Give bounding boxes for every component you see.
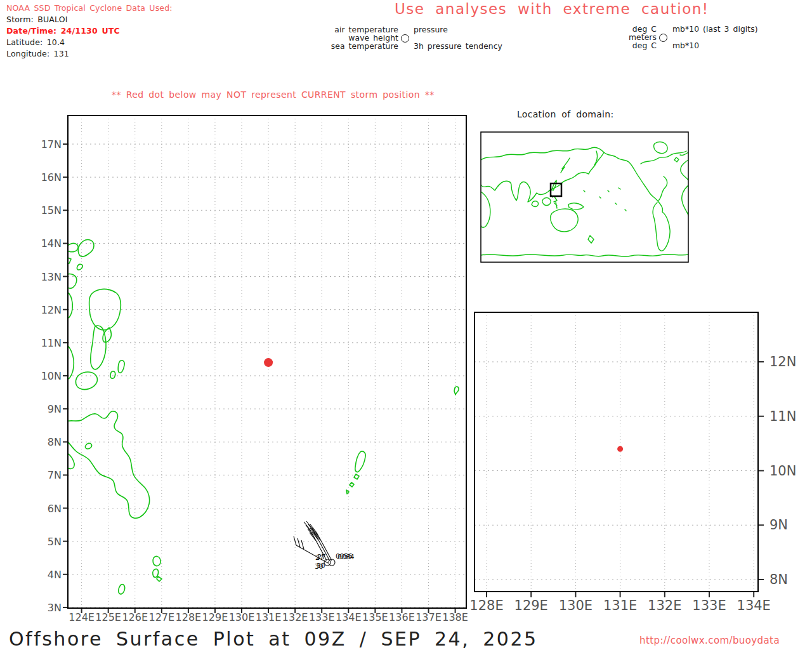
plot-title: Offshore Surface Plot at 09Z / SEP 24, 2… bbox=[9, 628, 538, 650]
y-tick-label: 9N bbox=[769, 517, 788, 533]
offshore-surface-plot-page: { "header": { "source_line": "NOAA SSD T… bbox=[0, 0, 812, 650]
y-tick-label: 14N bbox=[41, 237, 62, 249]
x-tick-label: 128E bbox=[176, 611, 202, 623]
zoom-inset-frame bbox=[475, 312, 758, 592]
x-tick-label: 129E bbox=[202, 611, 228, 623]
coastline-path bbox=[350, 482, 354, 487]
x-tick-label: 131E bbox=[256, 611, 282, 623]
y-tick-label: 15N bbox=[41, 204, 62, 216]
x-tick-label: 134E bbox=[336, 611, 362, 623]
x-tick-label: 132E bbox=[282, 611, 308, 623]
coastline-path bbox=[153, 569, 159, 577]
x-tick-label: 125E bbox=[95, 611, 121, 623]
x-tick-label: 126E bbox=[122, 611, 148, 623]
coastline-path bbox=[91, 326, 106, 369]
y-tick-label: 12N bbox=[769, 354, 796, 369]
x-tick-label: 131E bbox=[603, 598, 637, 613]
x-tick-label: 138E bbox=[442, 611, 468, 623]
y-tick-label: 11N bbox=[41, 337, 62, 349]
coastline-path bbox=[568, 203, 584, 209]
station-air-temp: 27 bbox=[317, 553, 325, 561]
x-tick-label: 130E bbox=[229, 611, 255, 623]
x-tick-label: 127E bbox=[148, 611, 174, 623]
coastline-path bbox=[641, 151, 686, 201]
coastline-path bbox=[542, 198, 551, 206]
station-sea-temp: 30 bbox=[317, 562, 325, 570]
y-tick-label: 10N bbox=[41, 370, 62, 382]
x-tick-label: 128E bbox=[469, 598, 503, 613]
y-tick-label: 12N bbox=[41, 304, 62, 316]
coastline-path bbox=[680, 152, 688, 180]
coastline-path bbox=[584, 188, 626, 211]
zoom-inset-grid-and-axes: 128E129E130E131E132E133E134E12N11N10N9N8… bbox=[469, 312, 796, 613]
y-tick-label: 17N bbox=[41, 138, 62, 150]
y-tick-label: 8N bbox=[769, 572, 788, 587]
coastline-path bbox=[561, 158, 570, 173]
storm-position-dot bbox=[264, 358, 273, 367]
x-tick-label: 133E bbox=[692, 598, 726, 613]
storm-position-dot bbox=[617, 446, 623, 452]
x-tick-label: 136E bbox=[389, 611, 415, 623]
x-tick-label: 130E bbox=[559, 598, 593, 613]
coastline-path bbox=[654, 142, 667, 154]
coastline-path bbox=[66, 411, 150, 518]
world-inset-coastlines bbox=[481, 142, 688, 257]
station-plot-cluster: 27 27 0056 0064 30 30 bbox=[294, 521, 354, 571]
coastline-path bbox=[674, 157, 679, 162]
coastline-path bbox=[75, 372, 97, 390]
coastline-path bbox=[78, 239, 94, 256]
y-tick-label: 11N bbox=[769, 409, 796, 424]
y-tick-label: 5N bbox=[48, 536, 62, 548]
y-tick-label: 16N bbox=[41, 171, 62, 183]
coastline-path bbox=[454, 387, 459, 395]
station-pressure: 0064 bbox=[337, 553, 354, 561]
y-tick-label: 13N bbox=[41, 271, 62, 283]
x-tick-label: 137E bbox=[416, 611, 442, 623]
x-tick-label: 133E bbox=[309, 611, 335, 623]
coastline-path bbox=[554, 202, 557, 208]
coastline-path bbox=[481, 147, 604, 202]
y-tick-label: 9N bbox=[48, 403, 62, 415]
x-tick-label: 124E bbox=[69, 611, 95, 623]
coastline-path bbox=[355, 451, 365, 472]
source-url: http://coolwx.com/buoydata bbox=[639, 635, 780, 646]
y-tick-label: 8N bbox=[48, 436, 62, 448]
coastline-path bbox=[110, 371, 115, 378]
y-tick-label: 3N bbox=[48, 602, 62, 614]
coastline-path bbox=[119, 585, 125, 594]
x-tick-label: 135E bbox=[362, 611, 388, 623]
coastline-path bbox=[551, 209, 578, 232]
coastline-path bbox=[682, 185, 688, 216]
coastline-path bbox=[604, 152, 670, 251]
main-map-grid-and-axes: 124E125E126E127E128E129E130E131E132E133E… bbox=[41, 116, 468, 623]
x-tick-label: 132E bbox=[648, 598, 681, 613]
y-tick-label: 6N bbox=[48, 503, 62, 515]
coastline-path bbox=[354, 474, 359, 479]
x-tick-label: 134E bbox=[737, 598, 771, 613]
coastline-path bbox=[481, 192, 490, 227]
y-tick-label: 4N bbox=[48, 569, 62, 581]
coastline-path bbox=[66, 452, 74, 469]
coastline-path bbox=[77, 264, 82, 270]
coastline-path bbox=[66, 291, 72, 318]
x-tick-label: 129E bbox=[514, 598, 548, 613]
coastline-path bbox=[481, 255, 688, 257]
coastline-path bbox=[594, 151, 597, 165]
coastline-path bbox=[588, 235, 594, 243]
coastline-path bbox=[85, 443, 91, 449]
y-tick-label: 7N bbox=[48, 469, 62, 481]
coastline-path bbox=[118, 361, 124, 373]
coastline-path bbox=[89, 289, 121, 329]
y-tick-label: 10N bbox=[769, 463, 796, 479]
plot-canvas: 124E125E126E127E128E129E130E131E132E133E… bbox=[0, 0, 812, 650]
coastline-path bbox=[66, 344, 74, 379]
coastline-path bbox=[157, 576, 162, 581]
coastline-path bbox=[153, 556, 160, 566]
main-map-coastlines bbox=[66, 239, 459, 594]
coastline-path bbox=[532, 201, 538, 207]
